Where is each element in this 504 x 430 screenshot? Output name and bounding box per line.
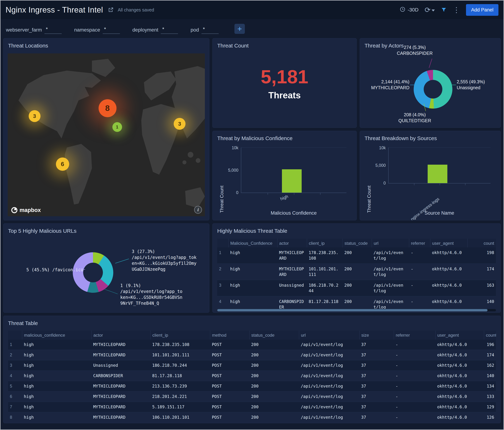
donut-label-url-2: 3 (27.3%) /api/v1/event/log?app_token=KG… <box>132 249 198 272</box>
panel-title: Threat Count <box>217 43 352 49</box>
x-tick-mark <box>320 193 320 195</box>
table-row[interactable]: 2highMYTHICLEOPARD101.101.201.111POST200… <box>8 350 496 360</box>
leader-line <box>115 259 129 264</box>
dashboard-grid: Threat Locations <box>0 37 504 426</box>
column-header[interactable]: client_ip <box>150 331 210 340</box>
filter-bar: webserver_farm * namespace * deployment … <box>0 19 504 37</box>
column-header[interactable]: Malicious_Confidence <box>228 239 277 248</box>
bar-chart-plot: 10k 5,000 0 <box>388 147 491 183</box>
panel-title: Threat Table <box>8 320 496 326</box>
column-header[interactable]: referrer <box>394 331 435 340</box>
mapbox-wordmark: mapbox <box>19 207 41 213</box>
panel-title: Threat Locations <box>8 43 205 49</box>
filter-pod: pod * <box>190 26 219 34</box>
threat-count-value: 5,181 <box>217 66 352 88</box>
table-row[interactable]: 4highCARBONSPIDER81.17.28.118200/api/v1/… <box>217 296 496 309</box>
panel-threat-by-malicious-confidence: Threat by Malicious Confidence Threat Co… <box>212 131 357 220</box>
map-threat-bubble[interactable]: 8 <box>99 99 117 117</box>
column-header[interactable]: user_agent <box>435 331 484 340</box>
filter-deployment: deployment * <box>133 26 178 34</box>
table-row[interactable]: 8highMYTHICLEOPARD106.110.201.101POST200… <box>8 412 496 421</box>
x-tick-mark <box>414 183 414 185</box>
filter-value-input[interactable]: * <box>161 26 178 34</box>
clock-icon <box>400 7 405 13</box>
column-header[interactable]: user_agent <box>430 239 468 248</box>
column-header <box>217 241 228 245</box>
filter-icon[interactable] <box>441 7 447 13</box>
table-header: Malicious_Confidence actor client_ip sta… <box>217 239 496 248</box>
table-row[interactable]: 3highUnassigned186.218.70.244POST200/api… <box>8 360 496 370</box>
filter-value-input[interactable]: * <box>45 26 62 34</box>
column-header[interactable]: referrer <box>409 239 430 248</box>
refresh-icon: ⟳ <box>425 6 431 13</box>
filter-webserver-farm: webserver_farm * <box>6 26 62 34</box>
bar-nginx-ingress-logs[interactable] <box>428 165 447 183</box>
panel-title: Threat by Malicious Confidence <box>217 135 352 141</box>
y-tick: 10k <box>232 145 238 150</box>
world-map[interactable]: mapbox i 38136 <box>8 54 205 216</box>
leader-line <box>429 59 432 68</box>
donut-label-favicon: 5 (45.5%) /favicon.ico <box>26 267 83 273</box>
filter-value-input[interactable]: * <box>201 26 219 34</box>
column-header[interactable]: status_code <box>249 331 299 340</box>
panel-title: Top 5 Highly Malicious URLs <box>8 228 205 234</box>
column-header[interactable]: method <box>210 331 249 340</box>
column-header[interactable]: malicious_confidence <box>22 331 91 340</box>
actors-donut-chart[interactable] <box>414 70 452 108</box>
share-icon[interactable] <box>108 7 114 13</box>
x-axis-label: Source Name <box>388 210 491 216</box>
leader-line <box>451 85 456 85</box>
x-tick-mark <box>440 183 440 185</box>
mapbox-attribution[interactable]: mapbox <box>11 207 41 213</box>
map-threat-bubble[interactable]: 1 <box>112 122 122 132</box>
table-row[interactable]: 1highMYTHICLEOPARD178.238.235.108POST200… <box>8 340 496 350</box>
column-header[interactable]: actor <box>277 239 307 248</box>
autosave-status: All changes saved <box>118 7 154 13</box>
map-threat-bubble[interactable]: 3 <box>29 110 41 122</box>
x-tick-mark <box>268 193 268 195</box>
map-threat-bubble[interactable]: 3 <box>174 118 186 130</box>
table-row[interactable]: 2highMYTHICLEOPARD101.101.201.111200/api… <box>217 264 496 280</box>
table-row[interactable]: 3highUnassigned186.218.70.244200/api/v1/… <box>217 280 496 296</box>
table-row[interactable]: 7highMYTHICLEOPARD5.189.151.117POST200/a… <box>8 402 496 412</box>
panel-top-5-highly-malicious-urls: Top 5 Highly Malicious URLs 5 (45.5%) /f… <box>3 224 209 313</box>
add-panel-button[interactable]: Add Panel <box>466 4 498 16</box>
horizontal-scrollbar[interactable] <box>217 309 496 311</box>
y-tick: 5,000 <box>228 168 238 172</box>
refresh-control[interactable]: ⟳ <box>425 6 435 13</box>
filter-value-input[interactable]: * <box>103 26 120 34</box>
leader-line <box>104 289 118 294</box>
filter-label: deployment <box>133 27 158 34</box>
table-body: 1highMYTHICLEOPARD178.238.235.108POST200… <box>8 340 496 421</box>
time-range-control[interactable]: -30D <box>400 7 419 13</box>
map-threat-bubble[interactable]: 6 <box>56 158 69 171</box>
panel-threat-table: Threat Table malicious_confidence actor … <box>3 316 501 423</box>
time-range-label: -30D <box>408 7 419 13</box>
y-axis-label: Threat Count <box>219 186 225 213</box>
leader-line <box>410 85 415 85</box>
table-row[interactable]: 6highMYTHICLEOPARD218.201.24.221POST200/… <box>8 391 496 402</box>
chevron-down-icon <box>432 9 435 11</box>
panel-threat-count: Threat Count 5,181 Threats <box>212 38 357 128</box>
column-header[interactable]: actor <box>91 331 150 340</box>
column-header[interactable]: status_code <box>342 239 372 248</box>
scrollbar-thumb[interactable] <box>217 309 487 311</box>
column-header[interactable]: client_ip <box>307 239 342 248</box>
column-header[interactable]: url <box>299 331 359 340</box>
dashboard-header: Nginx Ingress - Threat Intel All changes… <box>0 0 504 19</box>
panel-threat-by-actors: Threat by Actors 274 (5.3%) CARBONSPIDER… <box>360 38 501 128</box>
kebab-menu-icon[interactable]: ⋮ <box>453 6 460 13</box>
table-row[interactable]: 4highCARBONSPIDER81.17.28.118POST200/api… <box>8 370 496 381</box>
column-header[interactable]: count <box>468 239 496 248</box>
column-header[interactable]: size <box>359 331 394 340</box>
column-header[interactable]: count <box>484 331 496 340</box>
bar-high[interactable] <box>282 169 302 193</box>
column-header[interactable]: url <box>372 239 409 248</box>
table-row[interactable]: 5highMYTHICLEOPARD213.136.73.239POST200/… <box>8 381 496 391</box>
table-body: 1highMYTHICLEOPARD178.238.235.108200/api… <box>217 247 496 309</box>
table-row[interactable]: 1highMYTHICLEOPARD178.238.235.108200/api… <box>217 247 496 264</box>
add-filter-button[interactable]: + <box>234 24 245 34</box>
panel-highly-malicious-threat-table: Highly Malicious Threat Table Malicious_… <box>212 224 501 313</box>
donut-label-quiltedtiger: 208 (4.0%) QUILTEDTIGER <box>398 112 431 124</box>
map-info-icon[interactable]: i <box>194 206 202 214</box>
